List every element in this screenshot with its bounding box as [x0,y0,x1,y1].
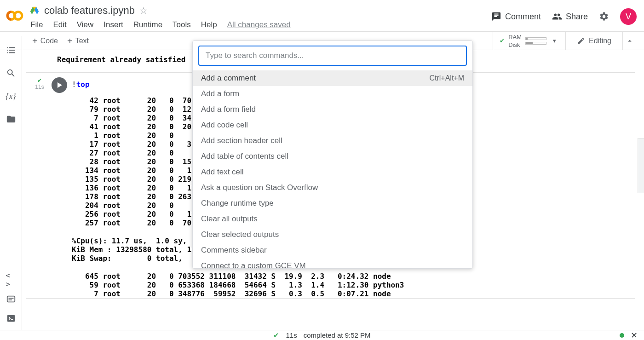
command-item[interactable]: Change runtime type [193,196,472,211]
command-palette-icon[interactable] [6,294,16,304]
status-completed: completed at 9:52 PM [304,331,371,339]
command-item[interactable]: Connect to a custom GCE VM [193,258,472,268]
resource-indicator[interactable]: ✔ RAM Disk ▾ [493,32,566,50]
share-button[interactable]: Share [552,12,588,22]
check-icon: ✔ [500,37,505,44]
menu-runtime[interactable]: Runtime [133,20,162,29]
comment-label: Comment [505,12,541,22]
chevron-down-icon[interactable]: ▾ [550,37,559,44]
header: colab features.ipynb ☆ File Edit View In… [0,0,644,31]
files-icon[interactable] [6,114,16,124]
svg-rect-5 [7,296,15,302]
add-code-button[interactable]: + Code [28,35,63,47]
command-search-input[interactable] [198,46,467,66]
menu-tools[interactable]: Tools [172,20,191,29]
save-status[interactable]: All changes saved [227,20,291,29]
status-duration: 11s [286,331,297,339]
comment-icon [491,12,501,22]
add-text-button[interactable]: + Text [63,35,93,47]
close-icon[interactable]: ✕ [631,330,638,340]
command-item[interactable]: Clear selected outputs [193,227,472,242]
check-icon: ✔ [273,331,279,340]
command-item[interactable]: Add a form field [193,102,472,117]
share-label: Share [566,12,588,22]
command-list: Add a commentCtrl+Alt+MAdd a formAdd a f… [193,70,472,268]
command-item[interactable]: Clear all outputs [193,211,472,227]
variables-icon[interactable]: {x} [6,91,16,101]
menu-insert[interactable]: Insert [104,20,123,29]
command-item[interactable]: Comments sidebar [193,242,472,258]
settings-button[interactable] [599,12,609,22]
check-icon: ✔ [26,77,53,84]
terminal-icon[interactable] [6,313,16,323]
collapse-button[interactable] [622,32,637,50]
plus-icon: + [32,36,38,46]
play-icon [58,82,62,88]
svg-point-1 [14,12,22,20]
gear-icon [599,12,609,22]
left-rail: {x} < > [0,36,22,330]
toc-icon[interactable] [6,45,16,55]
avatar[interactable]: V [620,8,637,25]
connection-dot [620,333,624,338]
command-palette: Add a commentCtrl+Alt+MAdd a formAdd a f… [192,40,473,269]
command-item[interactable]: Add section header cell [193,133,472,149]
share-icon [552,12,562,22]
menu-help[interactable]: Help [201,20,217,29]
colab-logo [4,5,26,27]
plus-icon: + [67,36,73,46]
command-item[interactable]: Add text cell [193,164,472,180]
menu-view[interactable]: View [77,20,94,29]
statusbar: ✔ 11s completed at 9:52 PM ✕ [0,330,644,340]
search-icon[interactable] [6,68,16,78]
editing-mode-button[interactable]: Editing [570,37,618,45]
drive-icon [29,6,40,16]
code-snippets-icon[interactable]: < > [6,275,16,285]
right-panel-handle[interactable] [638,138,644,193]
document-title[interactable]: colab features.ipynb [44,5,135,17]
command-item[interactable]: Add a form [193,86,472,102]
disk-bar [525,42,546,45]
disk-label: Disk [508,41,522,48]
menubar: File Edit View Insert Runtime Tools Help… [29,17,491,29]
run-button[interactable] [52,77,67,93]
pencil-icon [577,37,585,45]
menu-file[interactable]: File [30,20,43,29]
svg-rect-8 [7,315,15,322]
comment-button[interactable]: Comment [491,12,541,22]
command-item[interactable]: Add a commentCtrl+Alt+M [193,70,472,86]
star-icon[interactable]: ☆ [139,5,148,16]
execution-time: 11s [26,84,53,90]
command-item[interactable]: Ask a question on Stack Overflow [193,180,472,196]
ram-bar [525,37,546,40]
ram-label: RAM [508,34,522,40]
chevron-up-icon [626,37,634,45]
command-item[interactable]: Add code cell [193,117,472,133]
command-item[interactable]: Add table of contents cell [193,149,472,164]
menu-edit[interactable]: Edit [53,20,66,29]
